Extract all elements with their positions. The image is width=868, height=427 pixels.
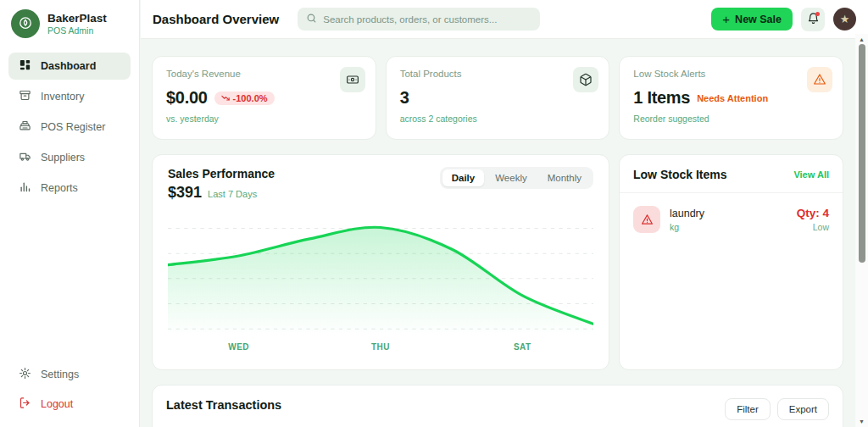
sales-total: $391: [168, 184, 202, 202]
latest-transactions-card: Latest Transactions Filter Export: [152, 385, 843, 427]
sales-performance-card: Sales Performance $391 Last 7 Days Daily…: [152, 154, 609, 370]
topbar: Dashboard Overview + New Sale ★: [141, 0, 868, 39]
view-all-link[interactable]: View All: [793, 169, 829, 180]
sales-chart-svg: [168, 212, 593, 336]
sidebar-item-label: Settings: [41, 369, 79, 380]
sales-period-label: Last 7 Days: [208, 189, 257, 199]
middle-row: Sales Performance $391 Last 7 Days Daily…: [152, 154, 843, 370]
sidebar-item-label: Logout: [41, 398, 73, 410]
sidebar-item-label: Dashboard: [41, 60, 96, 72]
notification-dot: [815, 12, 820, 16]
x-axis-label: SAT: [514, 342, 531, 352]
sidebar-item-reports[interactable]: Reports: [8, 175, 131, 202]
search-box[interactable]: [298, 8, 540, 30]
x-axis-label: WED: [228, 342, 249, 352]
chart-x-axis-labels: WEDTHUSAT: [168, 342, 593, 354]
package-icon: [573, 67, 598, 92]
scrollbar-thumb[interactable]: [859, 44, 865, 263]
stat-subtext: Reorder suggested: [633, 114, 829, 124]
stat-value: $0.00: [166, 88, 208, 108]
transactions-title: Latest Transactions: [166, 398, 281, 412]
logout-icon: [19, 396, 31, 412]
user-avatar[interactable]: ★: [833, 8, 856, 30]
new-sale-label: New Sale: [735, 14, 782, 25]
brand: BakerPlast POS Admin: [0, 0, 139, 47]
sidebar-item-label: POS Register: [41, 121, 105, 133]
trend-down-icon: [221, 93, 230, 103]
sales-chart-title: Sales Performance: [168, 167, 275, 180]
stat-title: Today's Revenue: [166, 69, 362, 79]
sales-area-chart: WEDTHUSAT: [168, 212, 593, 354]
attention-badge: Needs Attention: [697, 93, 768, 103]
page-title: Dashboard Overview: [153, 12, 279, 26]
truck-icon: [19, 150, 31, 165]
alert-triangle-icon: [633, 206, 660, 233]
stat-value: 3: [400, 88, 409, 108]
sidebar-item-pos-register[interactable]: POS Register: [8, 114, 131, 141]
item-status: Low: [797, 222, 829, 232]
stat-title: Total Products: [400, 69, 596, 79]
stat-card-revenue: Today's Revenue $0.00 -100.0% vs. yest: [152, 56, 376, 140]
sidebar-item-label: Reports: [41, 182, 78, 194]
sidebar-item-label: Inventory: [41, 91, 84, 103]
topbar-actions: + New Sale ★: [711, 8, 856, 31]
banknote-icon: [340, 67, 365, 92]
notifications-button[interactable]: [801, 8, 825, 31]
item-qty: Qty: 4: [797, 207, 829, 219]
low-stock-item[interactable]: laundry kg Qty: 4 Low: [620, 193, 843, 246]
sidebar: BakerPlast POS Admin Dashboard Inventory: [0, 0, 140, 427]
sidebar-item-label: Suppliers: [41, 152, 85, 164]
low-stock-title: Low Stock Items: [633, 168, 726, 181]
brand-subtitle: POS Admin: [47, 25, 107, 36]
stat-title: Low Stock Alerts: [633, 69, 829, 79]
archive-box-icon: [19, 89, 31, 104]
filter-button[interactable]: Filter: [725, 398, 771, 420]
trend-badge: -100.0%: [214, 92, 275, 105]
star-icon: ★: [840, 13, 850, 25]
gear-icon: [19, 367, 31, 382]
tab-daily[interactable]: Daily: [442, 169, 485, 186]
item-name: laundry: [670, 208, 704, 219]
scroll-up-arrow-icon[interactable]: ▲: [855, 36, 868, 42]
trend-badge-text: -100.0%: [233, 93, 268, 103]
x-axis-label: THU: [371, 342, 390, 352]
brand-logo-icon: [11, 9, 40, 38]
sidebar-item-logout[interactable]: Logout: [8, 391, 131, 418]
low-stock-items-card: Low Stock Items View All laundry kg Qty:…: [619, 154, 843, 370]
search-input[interactable]: [323, 14, 531, 25]
export-button[interactable]: Export: [777, 398, 829, 420]
stat-subtext: vs. yesterday: [166, 114, 362, 124]
sidebar-item-dashboard[interactable]: Dashboard: [8, 53, 131, 80]
sidebar-nav: Dashboard Inventory POS Register: [0, 47, 139, 202]
chart-period-tabs: Daily Weekly Monthly: [440, 167, 593, 189]
sidebar-item-settings[interactable]: Settings: [8, 361, 131, 388]
search-icon: [306, 12, 317, 27]
sidebar-item-suppliers[interactable]: Suppliers: [8, 144, 131, 171]
sidebar-footer: Settings Logout: [8, 361, 131, 418]
main-content: Today's Revenue $0.00 -100.0% vs. yest: [141, 40, 854, 427]
tab-monthly[interactable]: Monthly: [538, 169, 591, 186]
sidebar-item-inventory[interactable]: Inventory: [8, 83, 131, 110]
stat-value: 1 Items: [633, 88, 690, 108]
scroll-down-arrow-icon[interactable]: ▼: [855, 419, 868, 424]
bar-chart-icon: [19, 180, 31, 196]
stat-card-low-stock: Low Stock Alerts 1 Items Needs Attention…: [619, 56, 843, 140]
brand-name: BakerPlast: [47, 12, 107, 25]
stats-row: Today's Revenue $0.00 -100.0% vs. yest: [152, 56, 843, 140]
stat-card-products: Total Products 3 across 2 categories: [386, 56, 610, 140]
warning-triangle-icon: [807, 67, 832, 92]
cash-register-icon: [19, 119, 31, 135]
plus-icon: +: [722, 12, 730, 26]
vertical-scrollbar[interactable]: ▲ ▼: [855, 34, 868, 427]
stat-subtext: across 2 categories: [400, 114, 596, 124]
dashboard-grid-icon: [19, 58, 31, 74]
new-sale-button[interactable]: + New Sale: [711, 8, 793, 30]
item-unit: kg: [670, 222, 704, 232]
tab-weekly[interactable]: Weekly: [486, 169, 537, 186]
